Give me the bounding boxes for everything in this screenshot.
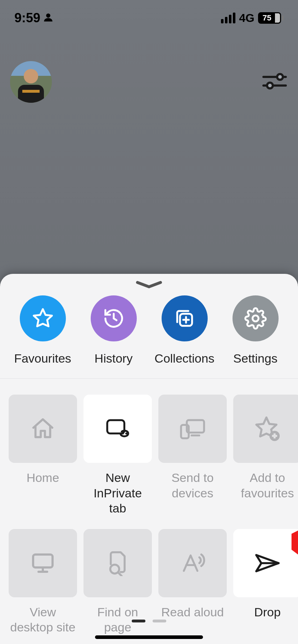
read-aloud-action: Read aloud (158, 529, 227, 635)
status-left: 9:59 (14, 10, 53, 26)
settings-button[interactable]: Settings (221, 295, 290, 365)
view-desktop-action: View desktop site (9, 529, 77, 635)
favourites-label: Favourites (14, 351, 71, 365)
browser-top-bar (0, 61, 298, 103)
battery-percent: 75 (259, 13, 275, 23)
send-icon (233, 529, 298, 597)
send-devices-action: Send to devices (158, 395, 227, 516)
drop-action[interactable]: Drop (233, 529, 298, 635)
view-desktop-label: View desktop site (9, 604, 77, 635)
svg-line-22 (118, 572, 122, 576)
battery-icon: 75 (258, 12, 284, 24)
svg-rect-18 (33, 555, 53, 567)
sheet-grabber[interactable] (135, 280, 163, 289)
read-aloud-icon (158, 529, 227, 597)
svg-point-4 (267, 83, 273, 88)
page-indicator[interactable] (132, 620, 166, 622)
svg-point-10 (122, 433, 124, 434)
sheet-top-row: Favourites History Collections Settings (0, 274, 298, 379)
status-bar: 9:59 4G 75 (0, 0, 298, 36)
svg-point-0 (46, 14, 50, 18)
overflow-menu-sheet: Favourites History Collections Settings (0, 274, 298, 644)
home-icon (9, 395, 77, 463)
add-favourites-label: Add to favourites (233, 470, 298, 501)
page-dot-2 (153, 620, 166, 622)
favourites-button[interactable]: Favourites (9, 295, 77, 365)
read-aloud-label: Read aloud (161, 604, 224, 635)
collections-label: Collections (154, 351, 214, 365)
new-inprivate-label: New InPrivate tab (83, 470, 152, 516)
collections-icon (162, 295, 208, 341)
svg-point-8 (252, 316, 258, 322)
person-icon (43, 10, 53, 26)
page-dot-1 (132, 620, 145, 622)
star-icon (20, 295, 66, 341)
inprivate-icon (83, 395, 152, 463)
gear-icon (232, 295, 279, 341)
profile-avatar[interactable] (10, 61, 52, 103)
status-right: 4G 75 (221, 12, 284, 25)
network-label: 4G (239, 12, 254, 25)
home-action: Home (9, 395, 77, 516)
send-devices-label: Send to devices (158, 470, 227, 501)
history-button[interactable]: History (80, 295, 148, 365)
home-label: Home (27, 470, 59, 501)
svg-point-11 (125, 433, 127, 434)
star-plus-icon (233, 395, 298, 463)
status-time: 9:59 (14, 10, 40, 26)
new-inprivate-action[interactable]: New InPrivate tab (83, 395, 152, 516)
history-icon (91, 295, 137, 341)
find-page-icon (83, 529, 152, 597)
screen: 9:59 4G 75 (0, 0, 298, 644)
drop-label: Drop (254, 604, 281, 635)
history-label: History (95, 351, 133, 365)
add-favourites-action: Add to favourites (233, 395, 298, 516)
send-devices-icon (158, 395, 227, 463)
home-indicator[interactable] (95, 635, 203, 639)
collections-button[interactable]: Collections (150, 295, 219, 365)
desktop-icon (9, 529, 77, 597)
settings-label: Settings (233, 351, 277, 365)
cellular-signal-icon (221, 13, 235, 23)
svg-point-2 (277, 74, 283, 80)
page-settings-icon[interactable] (261, 70, 288, 93)
sheet-action-grid: Home New InPrivate tab Send to devices A… (0, 379, 298, 635)
